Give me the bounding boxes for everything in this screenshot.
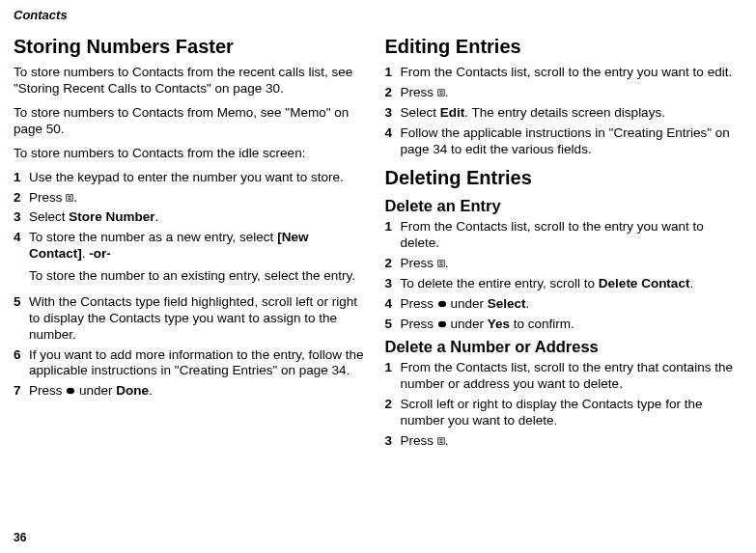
text: . [149,383,153,398]
step-item: 4 Press under Select. [385,296,740,313]
step-number: 1 [385,219,401,252]
step-body: Scroll left or right to display the Cont… [401,397,740,429]
text: under [447,296,488,311]
step-body: Press under Select. [401,296,740,313]
subheading-delete-entry: Delete an Entry [385,196,740,216]
bold-text: Edit [440,105,465,120]
step-body: If you want to add more information to t… [29,347,368,380]
left-column: Storing Numbers Faster To store numbers … [14,35,368,453]
text: under [447,317,488,331]
text: Select [29,209,69,224]
text: To delete the entire entry, scroll to [401,276,599,290]
svg-point-14 [438,320,446,326]
step-body: Press . [401,85,740,101]
bold-text: Select [488,296,526,311]
text: Press [29,190,66,205]
text: . The entry details screen displays. [464,105,665,120]
step-body: To delete the entire entry, scroll to De… [401,276,740,292]
step-number: 1 [385,360,401,393]
subheading-delete-number: Delete a Number or Address [385,337,740,357]
step-body: From the Contacts list, scroll to the en… [401,219,740,252]
step-number: 4 [385,125,401,158]
step-number: 1 [14,170,29,186]
text: Press [401,433,437,448]
svg-point-4 [67,388,74,394]
text: . [155,209,159,224]
page-number: 36 [14,531,26,545]
text: Press [29,383,66,398]
text: . [73,190,77,205]
right-column: Editing Entries 1 From the Contacts list… [385,35,740,453]
menu-key-icon [437,89,445,97]
step-body: From the Contacts list, scroll to the en… [401,360,740,393]
section-header: Contacts [14,8,739,23]
heading-editing-entries: Editing Entries [385,35,740,59]
bold-text: Yes [488,317,510,331]
text: . [445,85,449,99]
step-item: 7 Press under Done. [14,383,368,400]
step-item: 1 Use the keypad to enter the number you… [14,170,368,186]
step-body: To store the number as a new entry, sele… [29,230,368,290]
bold-text: Done [116,383,149,398]
step-body: Press under Yes to confirm. [401,317,740,333]
step-item: 3 Select Store Number. [14,209,368,226]
menu-key-icon [437,260,445,267]
text: Select [401,105,440,120]
text: . [445,256,449,270]
step-body: Select Edit. The entry details screen di… [401,105,740,122]
step-item: 5 With the Contacts type field highlight… [14,294,368,344]
text: to confirm. [510,317,574,331]
step-number: 3 [14,209,29,226]
paragraph: To store numbers to Contacts from the id… [14,146,368,162]
step-number: 4 [14,230,29,290]
steps-list: 1 Use the keypad to enter the number you… [14,170,368,401]
steps-list: 1 From the Contacts list, scroll to the … [385,219,740,332]
step-number: 5 [14,294,29,344]
bold-text: Store Number [69,209,154,224]
text: Press [401,296,437,311]
heading-storing-numbers: Storing Numbers Faster [14,35,368,59]
softkey-icon [437,300,447,308]
step-number: 6 [14,347,29,380]
text: Press [401,256,437,270]
step-number: 2 [385,85,401,101]
paragraph: To store numbers to Contacts from Memo, … [14,105,368,138]
text: To store the number to an existing entry… [29,268,368,285]
step-item: 3 Press . [385,433,740,450]
text: under [75,383,116,398]
step-item: 1 From the Contacts list, scroll to the … [385,65,740,81]
step-item: 3 Select Edit. The entry details screen … [385,105,740,122]
step-number: 2 [385,397,401,429]
step-item: 4 Follow the applicable instructions in … [385,125,740,158]
step-number: 2 [385,256,401,272]
step-number: 2 [14,190,29,207]
step-item: 1 From the Contacts list, scroll to the … [385,219,740,252]
step-item: 6 If you want to add more information to… [14,347,368,380]
step-body: Press under Done. [29,383,368,400]
heading-deleting-entries: Deleting Entries [385,166,740,190]
step-item: 5 Press under Yes to confirm. [385,317,740,333]
steps-list: 1 From the Contacts list, scroll to the … [385,360,740,449]
step-body: From the Contacts list, scroll to the en… [401,65,740,81]
text: Press [401,85,437,99]
paragraph: To store numbers to Contacts from the re… [14,65,368,97]
text: . [526,296,530,311]
step-body: Press . [401,433,740,450]
text: To store the number as a new entry, sele… [29,230,277,244]
softkey-icon [437,320,447,328]
step-item: 4 To store the number as a new entry, se… [14,230,368,290]
step-number: 3 [385,433,401,450]
step-item: 3 To delete the entire entry, scroll to … [385,276,740,292]
step-body: Select Store Number. [29,209,368,226]
step-number: 3 [385,276,401,292]
step-item: 2 Scroll left or right to display the Co… [385,397,740,429]
step-number: 1 [385,65,401,81]
two-column-layout: Storing Numbers Faster To store numbers … [14,35,739,453]
text: . [445,433,449,448]
step-item: 2 Press . [385,256,740,272]
step-number: 5 [385,317,401,333]
steps-list: 1 From the Contacts list, scroll to the … [385,65,740,157]
step-number: 7 [14,383,29,400]
text: Press [401,317,437,331]
svg-point-13 [438,301,446,307]
